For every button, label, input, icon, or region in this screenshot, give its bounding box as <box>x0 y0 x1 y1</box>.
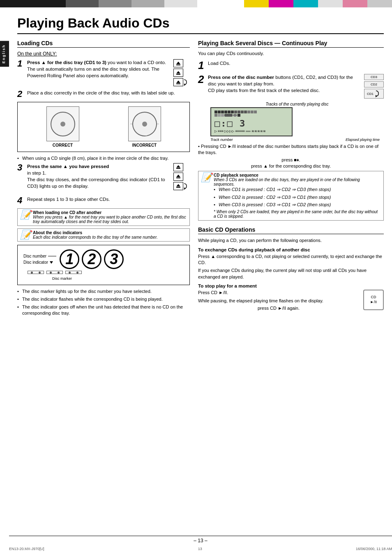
tq-15 <box>218 114 221 117</box>
bottom-rule: – 13 – <box>9 536 392 543</box>
step2-block: 2 Place a disc correctly in the circle o… <box>17 90 190 99</box>
notes-cd-box: 📝 CD playback sequence When 3 CDs are lo… <box>198 171 384 221</box>
notes-icon-1: 📝 <box>20 210 31 219</box>
notes-cd-bullet-text-3: When CD3 is pressed : CD3 ⇒ CD1 ⇒ CD2 (t… <box>219 202 331 208</box>
disc-num-2: 2 <box>82 249 101 269</box>
right-step2-text: 2 Press one of the disc number buttons (… <box>198 74 362 97</box>
notes-icon-2: 📝 <box>20 230 31 240</box>
cd1-label: CD1 <box>364 89 384 99</box>
tq-7 <box>234 111 237 113</box>
step1-text-inline: you want to load a CD onto. <box>108 60 166 65</box>
step2-num: 2 <box>17 90 25 99</box>
footer-left: EN13-20.MX-J970[U] <box>9 547 44 551</box>
bottom-bullet-2: • The disc indicator flashes while the c… <box>17 296 190 302</box>
step3-text: 3 Press the same ▲ you have pressed in s… <box>17 163 170 193</box>
disc-indicator-label-text: Disc indicator <box>23 260 48 265</box>
eject-icon-arrow <box>173 78 190 86</box>
tq-6 <box>231 111 234 113</box>
eject-icon-s3-1 <box>173 163 183 171</box>
eject-icon-2 <box>173 69 183 77</box>
tracks-display-area: Tracks of the currently playing disc <box>210 102 384 142</box>
tq-1 <box>214 111 217 113</box>
exchange-text-2: If you exchange CDs during play, the cur… <box>198 267 384 280</box>
bottom-bullet-3: • The disc indicator goes off when the u… <box>17 304 190 316</box>
tq-11 <box>247 111 250 113</box>
top-bar-left <box>0 0 197 7</box>
cd-icon-text: CD ►/II <box>370 295 377 304</box>
side-tab-english: English <box>0 41 9 67</box>
display-bottom-row: ▷ ≡≡≡ ▷▷▷▷ ≡≡≡≡≡ ══ ≋≋≋≋≋ <box>214 129 288 133</box>
notes-text-1: When loading one CD after another When y… <box>33 210 187 224</box>
bullet-text-1: When using a CD single (8 cm), place it … <box>22 155 168 161</box>
svg-marker-0 <box>184 83 186 86</box>
right-section-header: Playing Back Several Discs — Continuous … <box>198 40 384 48</box>
eject-icon-s3-3 <box>173 182 183 190</box>
tq-13 <box>254 111 257 113</box>
right-step2-block: 2 Press one of the disc number buttons (… <box>198 74 384 99</box>
disc-dots-row <box>28 271 184 274</box>
disc-numbers-row: Disc number Disc indicator 1 2 3 <box>23 249 184 269</box>
bottom-bullet-text-3: The disc indicator goes off when the uni… <box>22 304 190 316</box>
step3-bold: Press the same ▲ you have pressed <box>27 164 109 169</box>
pressing-note: • Pressing CD ►/II instead of the disc n… <box>198 143 384 156</box>
stop-block: Press CD ►/II. While pausing, the elapse… <box>198 290 384 312</box>
disc-num-3: 3 <box>104 249 124 269</box>
step3-icons <box>173 163 190 190</box>
notes-cd-bullet-text-2: When CD2 is pressed : CD2 ⇒ CD3 ⇒ CD1 (t… <box>219 194 331 200</box>
step1-block: 1 Press ▲ for the disc tray (CD1 to 3) y… <box>17 59 190 86</box>
notes-cd-bullet-text-1: When CD1 is pressed : CD1 ⇒ CD2 ⇒ CD3 (t… <box>219 187 331 193</box>
tq-10 <box>244 111 247 113</box>
top-bar-right <box>195 0 392 7</box>
page-title: Playing Back Audio CDs <box>17 16 384 34</box>
eject-icon-s3-2 <box>173 173 183 181</box>
notes-cd-bullet-2: • When CD2 is pressed : CD2 ⇒ CD3 ⇒ CD1 … <box>214 194 381 200</box>
notes-body-2: Each disc indicator corresponds to the d… <box>33 235 187 240</box>
step4-num: 4 <box>17 196 25 205</box>
cd-stack: CD3 CD2 CD1 <box>364 74 384 99</box>
notes-text-2: About the disc indicators Each disc indi… <box>33 230 187 240</box>
arrow-curve-icon-s3 <box>183 182 190 190</box>
notes-cd-icon: 📝 <box>201 173 212 182</box>
step1-text: 1 Press ▲ for the disc tray (CD1 to 3) y… <box>17 59 170 82</box>
display-outer: □:□ 3 ▷ ≡≡≡ ▷▷▷▷ ≡≡≡≡≡ ══ ≋≋≋≋≋ <box>210 107 384 136</box>
right-step2-bold: Press one of the disc number <box>208 75 274 80</box>
display-labels-row: Track number Elapsed playing time <box>210 138 380 142</box>
notes-body-1: When you press ▲ for the next tray you w… <box>33 215 187 224</box>
notes-cd-title: CD playback sequence <box>214 173 381 177</box>
tq-14 <box>214 114 217 117</box>
tq-icon2 <box>233 114 237 117</box>
eject-icon-3 <box>173 78 183 86</box>
footer-right: 16/06/2000, 11:18 AM <box>356 547 392 551</box>
footer-bar: EN13-20.MX-J970[U] 13 16/06/2000, 11:18 … <box>9 547 392 551</box>
cd1-text: CD1 <box>367 92 374 96</box>
disc-num-1: 1 <box>60 249 79 269</box>
step2-content: Place a disc correctly in the circle of … <box>27 90 190 96</box>
cd3-label: CD3 <box>364 74 384 80</box>
page-number: – 13 – <box>9 538 392 543</box>
eject-icon-s3-arrow <box>173 182 190 190</box>
correct-tray: CORRECT <box>46 106 79 147</box>
correct-cd-inner <box>60 122 65 127</box>
disc-number-label-text: Disc number <box>23 254 46 258</box>
disc-nums: 1 2 3 <box>60 249 124 269</box>
tq-3 <box>221 111 224 113</box>
step1-content: Press ▲ for the disc tray (CD1 to 3) you… <box>27 59 170 79</box>
cd2-label: CD2 <box>364 81 384 88</box>
track-grid <box>214 111 260 117</box>
track-number-label: Track number <box>210 138 233 142</box>
tq-5 <box>228 111 231 113</box>
step3-row: 3 Press the same ▲ you have pressed in s… <box>17 163 170 189</box>
bullet-dot-1: • <box>17 155 21 161</box>
tracks-label: Tracks of the currently playing disc <box>210 102 384 106</box>
step1-subtext: The unit automatically turns on and the … <box>27 67 159 78</box>
pressing-note-text: • Pressing CD ►/II instead of the disc n… <box>198 143 384 156</box>
tq-8 <box>238 111 240 113</box>
you-can-play-text: You can play CDs continuously. <box>198 51 384 56</box>
eject-icon-1 <box>173 59 183 67</box>
step1-bold: Press ▲ for the disc tray (CD1 to 3) <box>27 60 106 65</box>
tq-2 <box>218 111 221 113</box>
tq-icon1 <box>224 114 233 117</box>
left-column: Loading CDs On the unit ONLY: 1 Press ▲ … <box>17 40 190 318</box>
right-step2-num: 2 <box>198 74 205 85</box>
notes-title-2: About the disc indicators <box>33 230 187 235</box>
